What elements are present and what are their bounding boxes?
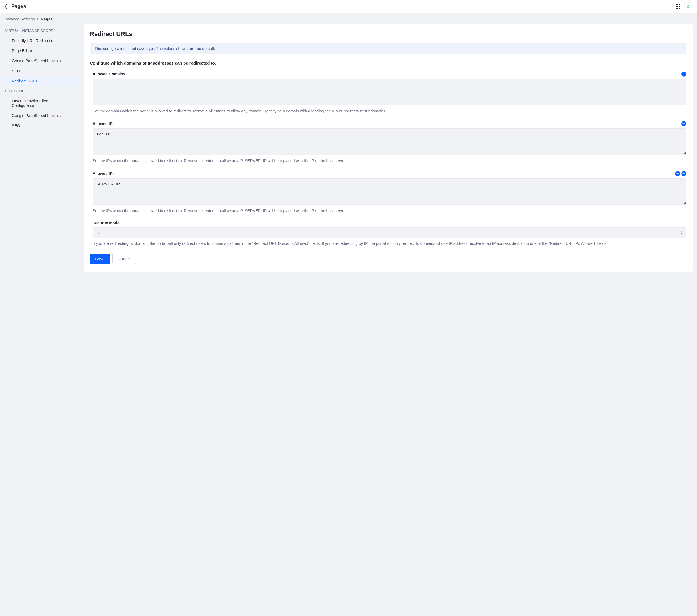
sidebar-item-layout-crawler[interactable]: Layout Crawler Client Configuration xyxy=(2,96,78,110)
allowed-ips-help-1: Set the IPs which the portal is allowed … xyxy=(93,158,686,164)
sidebar-item-page-editor[interactable]: Page Editor xyxy=(2,46,78,56)
breadcrumb-current: Pages xyxy=(41,17,53,21)
plus-icon xyxy=(682,73,685,75)
label-row: Allowed IPs xyxy=(93,121,686,126)
sidebar-heading-site-scope: SITE SCOPE xyxy=(0,86,84,96)
user-icon xyxy=(686,4,690,9)
user-avatar[interactable] xyxy=(684,2,693,11)
back-button[interactable] xyxy=(4,4,7,9)
svg-point-9 xyxy=(687,5,689,7)
sidebar-item-redirect-urls[interactable]: Redirect URLs xyxy=(2,76,78,86)
allowed-ips-label-2: Allowed IPs xyxy=(93,171,115,176)
plus-icon xyxy=(682,172,685,175)
field-group-security-mode: Security Mode IP If you are redirecting … xyxy=(93,221,686,246)
field-group-allowed-ips-1: Allowed IPs Set the IPs which the portal… xyxy=(93,121,686,164)
breadcrumb: Instance Settings Pages xyxy=(0,13,697,24)
topbar: Pages xyxy=(0,0,697,13)
field-group-allowed-ips-2: Allowed IPs Set the IPs which the portal… xyxy=(93,171,686,213)
panel-subheading: Configure which domains or IP addresses … xyxy=(90,61,686,65)
security-mode-help: If you are redirecting by domain, the po… xyxy=(93,241,686,246)
plus-icon xyxy=(682,122,685,125)
add-allowed-ip-button-1[interactable] xyxy=(681,121,686,126)
field-group-allowed-domains: Allowed Domains Set the domains which th… xyxy=(93,72,686,114)
svg-rect-3 xyxy=(676,6,677,7)
panel-title: Redirect URLs xyxy=(90,30,686,37)
minus-icon xyxy=(676,172,679,175)
allowed-domains-label: Allowed Domains xyxy=(93,72,125,76)
svg-rect-6 xyxy=(676,7,677,9)
svg-rect-7 xyxy=(677,7,679,9)
allowed-ips-input-1[interactable] xyxy=(93,129,686,155)
sidebar-item-pagespeed-vi[interactable]: Google PageSpeed Insights xyxy=(2,56,78,66)
breadcrumb-root[interactable]: Instance Settings xyxy=(4,17,34,21)
field-actions xyxy=(675,171,686,176)
svg-rect-0 xyxy=(676,4,677,5)
add-allowed-domain-button[interactable] xyxy=(681,72,686,77)
sidebar: VIRTUAL INSTANCE SCOPE Friendly URL Redi… xyxy=(0,24,84,272)
page-title: Pages xyxy=(11,4,26,10)
allowed-domains-input[interactable] xyxy=(93,79,686,105)
security-mode-select-wrapper: IP xyxy=(93,227,686,238)
cancel-button[interactable]: Cancel xyxy=(112,254,136,264)
info-banner: This configuration is not saved yet. The… xyxy=(90,43,686,55)
sidebar-item-seo-site[interactable]: SEO xyxy=(2,121,78,131)
chevron-left-icon xyxy=(4,4,7,9)
sidebar-item-pagespeed-site[interactable]: Google PageSpeed Insights xyxy=(2,110,78,121)
svg-rect-8 xyxy=(679,7,680,9)
main-layout: VIRTUAL INSTANCE SCOPE Friendly URL Redi… xyxy=(0,24,697,279)
topbar-right xyxy=(676,2,693,11)
security-mode-label: Security Mode xyxy=(93,221,120,225)
save-button[interactable]: Save xyxy=(90,254,110,264)
svg-rect-2 xyxy=(679,4,680,5)
allowed-domains-help: Set the domains which the portal is allo… xyxy=(93,108,686,114)
add-allowed-ip-button-2[interactable] xyxy=(681,171,686,176)
settings-panel: Redirect URLs This configuration is not … xyxy=(84,24,693,272)
field-actions xyxy=(681,121,686,126)
remove-allowed-ip-button[interactable] xyxy=(675,171,680,176)
sidebar-item-friendly-url[interactable]: Friendly URL Redirection xyxy=(2,36,78,46)
form-actions: Save Cancel xyxy=(90,254,686,264)
apps-grid-icon xyxy=(676,4,680,9)
allowed-ips-input-2[interactable] xyxy=(93,178,686,205)
svg-rect-5 xyxy=(679,6,680,7)
allowed-ips-label-1: Allowed IPs xyxy=(93,121,115,126)
apps-menu-button[interactable] xyxy=(676,4,680,9)
sidebar-item-seo-vi[interactable]: SEO xyxy=(2,66,78,76)
sidebar-heading-virtual-instance: VIRTUAL INSTANCE SCOPE xyxy=(0,26,84,36)
label-row: Security Mode xyxy=(93,221,686,225)
security-mode-select[interactable]: IP xyxy=(93,227,686,238)
field-actions xyxy=(681,72,686,77)
label-row: Allowed IPs xyxy=(93,171,686,176)
svg-rect-4 xyxy=(677,6,679,7)
topbar-left: Pages xyxy=(4,4,26,10)
chevron-right-icon xyxy=(37,17,39,21)
allowed-ips-help-2: Set the IPs which the portal is allowed … xyxy=(93,208,686,213)
svg-rect-1 xyxy=(677,4,679,5)
label-row: Allowed Domains xyxy=(93,72,686,77)
workspace: Instance Settings Pages VIRTUAL INSTANCE… xyxy=(0,13,697,616)
